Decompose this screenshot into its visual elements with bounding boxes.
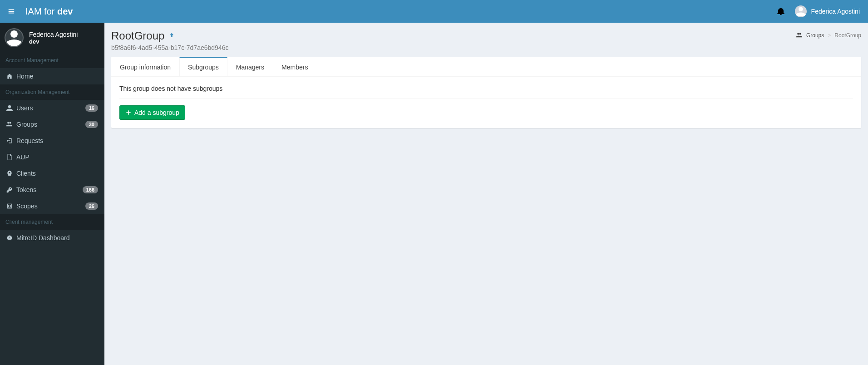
sidebar-userrole: dev	[29, 38, 78, 45]
group-uuid: b5f8a6f6-4ad5-455a-b17c-7d7ae6bd946c	[111, 44, 796, 51]
tab-content: This group does not have subgroups Add a…	[111, 77, 861, 128]
tab-managers[interactable]: Managers	[227, 57, 273, 76]
sidebar-item-label: Tokens	[16, 186, 83, 193]
sidebar-item-label: Users	[16, 104, 85, 112]
logo-bold: dev	[57, 6, 73, 16]
rocket-icon	[6, 170, 16, 177]
users-icon	[6, 121, 16, 128]
header-username: Federica Agostini	[811, 8, 860, 15]
breadcrumb: Groups > RootGroup	[796, 30, 861, 39]
sidebar-item-mitreid[interactable]: MitreID Dashboard	[0, 230, 104, 246]
logo-prefix: IAM for	[25, 6, 57, 16]
plus-icon	[125, 109, 132, 116]
sidebar-item-groups[interactable]: Groups 30	[0, 116, 104, 133]
sidebar-user-panel: Federica Agostini dev	[0, 23, 104, 53]
dashboard-icon	[6, 235, 16, 241]
badge-count: 26	[85, 202, 98, 210]
add-subgroup-button[interactable]: Add a subgroup	[119, 105, 185, 120]
tab-group-information[interactable]: Group information	[111, 57, 179, 76]
app-logo[interactable]: IAM for dev	[23, 6, 73, 17]
sidebar-username: Federica Agostini	[29, 31, 78, 38]
breadcrumb-separator: >	[828, 32, 831, 39]
header-user-menu[interactable]: Federica Agostini	[795, 5, 860, 17]
scope-icon	[6, 203, 16, 209]
sidebar-section-org: Organization Management	[0, 84, 104, 100]
add-subgroup-label: Add a subgroup	[134, 109, 179, 116]
tab-members[interactable]: Members	[273, 57, 316, 76]
key-icon	[6, 187, 16, 193]
badge-count: 166	[83, 186, 98, 193]
breadcrumb-current: RootGroup	[834, 32, 861, 39]
sidebar-item-label: AUP	[16, 153, 98, 161]
users-icon	[796, 32, 803, 39]
sidebar-item-scopes[interactable]: Scopes 26	[0, 198, 104, 214]
sidebar-item-label: Home	[16, 73, 98, 80]
sidebar-item-aup[interactable]: AUP	[0, 149, 104, 165]
avatar	[795, 5, 807, 17]
avatar	[5, 28, 24, 47]
sidebar: Federica Agostini dev Account Management…	[0, 23, 104, 365]
sidebar-item-label: Scopes	[16, 202, 85, 210]
sidebar-item-users[interactable]: Users 16	[0, 100, 104, 116]
user-icon	[6, 105, 16, 111]
group-detail-box: Group information Subgroups Managers Mem…	[111, 57, 861, 128]
tab-bar: Group information Subgroups Managers Mem…	[111, 57, 861, 77]
bars-icon	[8, 8, 15, 15]
badge-count: 16	[85, 104, 98, 112]
parent-group-link[interactable]	[169, 32, 175, 40]
sidebar-item-requests[interactable]: Requests	[0, 133, 104, 149]
sign-in-icon	[6, 138, 16, 144]
app-header: IAM for dev Federica Agostini	[0, 0, 868, 23]
empty-subgroups-message: This group does not have subgroups	[119, 85, 853, 99]
page-title-text: RootGroup	[111, 30, 164, 42]
sidebar-toggle[interactable]	[0, 0, 23, 23]
breadcrumb-groups-link[interactable]: Groups	[806, 32, 824, 39]
level-up-icon	[169, 32, 175, 39]
sidebar-item-label: Groups	[16, 121, 85, 128]
sidebar-item-label: Requests	[16, 137, 98, 144]
tab-subgroups[interactable]: Subgroups	[179, 57, 227, 76]
notifications-button[interactable]	[777, 7, 785, 15]
sidebar-item-clients[interactable]: Clients	[0, 165, 104, 182]
sidebar-section-account: Account Management	[0, 53, 104, 68]
sidebar-section-client: Client management	[0, 214, 104, 230]
page-title: RootGroup	[111, 30, 175, 42]
sidebar-item-tokens[interactable]: Tokens 166	[0, 182, 104, 198]
home-icon	[6, 73, 16, 79]
badge-count: 30	[85, 121, 98, 128]
sidebar-item-label: Clients	[16, 170, 98, 177]
bell-icon	[777, 7, 785, 15]
file-icon	[6, 154, 16, 160]
main-content: RootGroup b5f8a6f6-4ad5-455a-b17c-7d7ae6…	[104, 23, 868, 365]
sidebar-item-home[interactable]: Home	[0, 68, 104, 84]
sidebar-item-label: MitreID Dashboard	[16, 234, 98, 242]
